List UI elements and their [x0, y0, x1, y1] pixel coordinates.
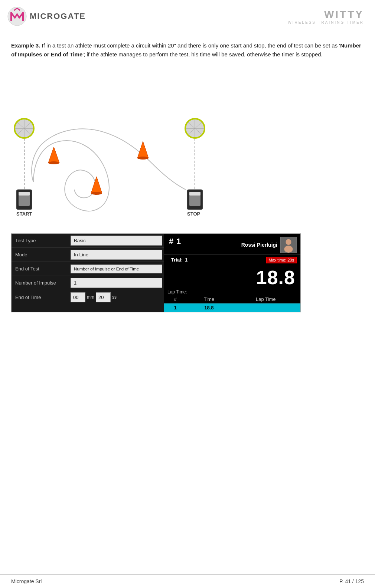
example-text2: and there is only one start and stop, th… — [177, 42, 340, 49]
hash-symbol: # — [169, 237, 173, 246]
lap-table-row: 1 18.8 — [164, 303, 300, 312]
config-label-test-type: Test Type — [12, 236, 69, 246]
config-row-mode: Mode In Line — [12, 248, 164, 262]
svg-point-22 — [48, 161, 59, 164]
lap-time-value: 18.8 — [187, 303, 231, 312]
trial-row: Trial: 1 — [167, 256, 191, 263]
lap-table-header-num: # — [164, 295, 187, 303]
lap-laptime-value — [231, 303, 300, 312]
display-header-left: # 1 — [167, 237, 181, 246]
example-text1: If in a test an athlete must complete a … — [42, 42, 152, 49]
trial-value: 1 — [185, 257, 188, 263]
main-content: Example 3. If in a test an athlete must … — [0, 30, 375, 320]
config-value-test-type: Basic — [71, 236, 162, 246]
lap-time-header: Lap Time: — [164, 289, 300, 295]
example-underline: within 20" — [152, 42, 176, 49]
microgate-logo-icon — [7, 7, 27, 26]
svg-point-31 — [284, 246, 293, 253]
footer-left: Microgate Srl — [11, 578, 42, 584]
config-label-end-of-test: End of Test — [12, 264, 69, 274]
example-paragraph: Example 3. If in a test an athlete must … — [11, 41, 364, 59]
svg-rect-7 — [189, 192, 200, 196]
athlete-photo — [280, 237, 297, 253]
witty-logo-text: WITTY — [324, 9, 364, 20]
svg-marker-23 — [91, 177, 102, 193]
svg-point-26 — [137, 157, 149, 160]
config-label-end-of-time: End of Time — [12, 292, 69, 302]
config-value-ss[interactable]: 20 — [96, 292, 111, 302]
max-time-badge: Max time: 20s — [266, 257, 297, 263]
config-row-end-of-time: End of Time 00 mm 20 ss — [12, 290, 164, 304]
svg-marker-25 — [137, 141, 149, 158]
config-panel: Test Type Basic Mode In Line End of Test… — [12, 234, 164, 312]
config-value-row-time: 00 mm 20 ss — [71, 292, 117, 302]
config-value-mm[interactable]: 00 — [71, 292, 85, 302]
page-header: MICROGATE WITTY WIRELESS TRAINING TIMER — [0, 0, 375, 30]
person-icon — [281, 237, 296, 253]
microgate-logo-text: MICROGATE — [30, 12, 86, 21]
page-footer: Microgate Srl P. 41 / 125 — [0, 574, 375, 588]
circuit-svg: START STOP — [11, 67, 219, 227]
software-screenshot: Test Type Basic Mode In Line End of Test… — [11, 233, 301, 312]
lap-table-header-time: Time — [187, 295, 231, 303]
display-header: # 1 Rossi Pierluigi — [164, 234, 300, 255]
svg-rect-3 — [19, 192, 30, 196]
footer-right: P. 41 / 125 — [339, 578, 364, 584]
config-value-number-impulse[interactable]: 1 — [71, 278, 162, 288]
config-label-mode: Mode — [12, 250, 69, 260]
svg-point-30 — [286, 239, 291, 245]
lap-table-header-laptime: Lap Time — [231, 295, 300, 303]
config-unit-ss: ss — [112, 295, 117, 300]
microgate-logo: MICROGATE — [7, 7, 86, 26]
config-row-end-of-test: End of Test Number of Impulse or End of … — [12, 262, 164, 276]
display-panel: # 1 Rossi Pierluigi — [164, 234, 300, 312]
svg-marker-21 — [48, 147, 59, 163]
svg-text:START: START — [16, 211, 32, 217]
config-row-test-type: Test Type Basic — [12, 234, 164, 248]
lap-table: # Time Lap Time 1 18.8 — [164, 295, 300, 312]
config-unit-mm: mm — [87, 295, 94, 300]
athlete-name: Rossi Pierluigi — [241, 242, 277, 248]
lap-num: 1 — [164, 303, 187, 312]
athlete-number-value: 1 — [176, 237, 181, 246]
example-text3: '; if the athlete manages to perform the… — [82, 51, 323, 58]
config-row-number-impulse: Number of Impulse 1 — [12, 276, 164, 290]
trial-label: Trial: — [171, 257, 183, 263]
athlete-info: Rossi Pierluigi — [241, 237, 297, 253]
svg-point-24 — [91, 192, 102, 195]
example-label: Example 3. — [11, 42, 40, 49]
svg-text:STOP: STOP — [187, 211, 200, 217]
athlete-number-label: # 1 — [167, 237, 181, 246]
config-label-number-impulse: Number of Impulse — [12, 278, 69, 288]
witty-logo-subtext: WIRELESS TRAINING TIMER — [288, 20, 364, 24]
big-time-display: 18.8 — [164, 265, 300, 289]
config-value-mode: In Line — [71, 250, 162, 260]
witty-logo: WITTY WIRELESS TRAINING TIMER — [288, 9, 364, 24]
circuit-diagram: START STOP — [11, 67, 219, 227]
config-value-end-of-test[interactable]: Number of Impulse or End of Time — [71, 265, 162, 273]
